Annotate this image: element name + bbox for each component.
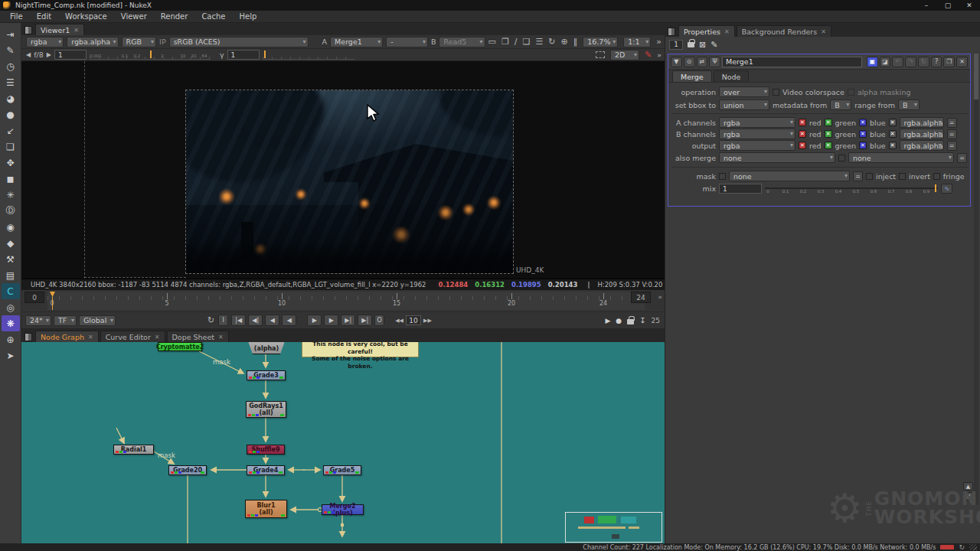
also-merge-channel-select[interactable]: none: [848, 152, 954, 163]
display-channel-select[interactable]: RGB: [122, 37, 157, 47]
node-graph-canvas[interactable]: Cryptomatte2 (alpha) This node is very c…: [21, 342, 665, 543]
mix-input[interactable]: 1: [719, 184, 762, 194]
a-input-select[interactable]: Merge1: [330, 37, 383, 47]
pause-icon[interactable]: ‖: [573, 37, 578, 47]
video-colorspace-checkbox[interactable]: [773, 89, 779, 96]
maximize-button[interactable]: ▢: [937, 2, 959, 9]
node-alpha-dot[interactable]: (alpha): [247, 342, 286, 354]
tab-node[interactable]: Node: [714, 70, 750, 82]
mask-checkbox[interactable]: [719, 173, 726, 180]
gain-marker[interactable]: [150, 51, 152, 58]
invert-checkbox[interactable]: [899, 173, 906, 180]
tab-curve-editor[interactable]: Curve Editor✕: [100, 331, 165, 342]
center-node-icon[interactable]: ⊙: [684, 57, 695, 67]
metadata-from-select[interactable]: B: [830, 99, 851, 110]
menu-viewer[interactable]: Viewer: [114, 12, 154, 21]
roi-icon[interactable]: ⊕: [561, 37, 568, 47]
menu-help[interactable]: Help: [233, 12, 264, 21]
annotation-pen-icon[interactable]: ✎: [645, 50, 652, 60]
timeline-ruler[interactable]: 0 5 10 15 20 24: [47, 292, 645, 310]
also-merge-checkbox[interactable]: [838, 155, 845, 161]
play-button[interactable]: ▶: [307, 315, 322, 326]
tracker-icon[interactable]: ⊕: [2, 331, 20, 347]
refresh-icon[interactable]: ↻: [548, 37, 555, 47]
minimize-button[interactable]: –: [916, 2, 937, 9]
tf-select[interactable]: TF: [54, 315, 77, 326]
flipbook-icon[interactable]: ▶: [605, 317, 610, 324]
tab-background-renders[interactable]: Background Renders✕: [737, 25, 831, 37]
close-icon[interactable]: ✕: [88, 334, 93, 341]
operation-select[interactable]: over: [719, 86, 769, 97]
scrollbar-thumb[interactable]: [974, 54, 978, 99]
metadata-icon[interactable]: ◆: [2, 235, 20, 251]
monitor-out-icon[interactable]: ▭: [488, 37, 496, 47]
b-channels-select[interactable]: rgba: [719, 129, 795, 139]
refresh-icon[interactable]: ↻: [959, 543, 965, 551]
prev-keyframe-button[interactable]: ◀|: [248, 315, 263, 326]
goto-end-button[interactable]: ▶|: [358, 315, 372, 326]
prev-icon[interactable]: ◀: [26, 51, 31, 58]
close-panel-icon[interactable]: ✕: [956, 57, 968, 67]
mask-channel-select[interactable]: none: [729, 171, 850, 181]
colorspace-select[interactable]: sRGB (ACES): [169, 37, 309, 47]
fps-select[interactable]: 24*: [25, 315, 51, 326]
tab-viewer1[interactable]: Viewer1✕: [35, 24, 84, 35]
b-link-button[interactable]: =: [947, 129, 957, 139]
inject-checkbox[interactable]: [866, 173, 873, 180]
a-blue-checkbox[interactable]: ✕: [859, 119, 867, 126]
close-icon[interactable]: ✕: [74, 27, 79, 34]
output-blue-checkbox[interactable]: ✕: [859, 142, 867, 149]
menu-render[interactable]: Render: [154, 12, 195, 21]
node-name-field[interactable]: Merge1: [722, 57, 862, 67]
range-end-field[interactable]: 24: [631, 292, 651, 303]
a-link-button[interactable]: =: [947, 118, 957, 128]
merge-icon[interactable]: ❏: [2, 139, 20, 155]
curve-button[interactable]: ∿: [941, 184, 952, 194]
resize-grip[interactable]: [969, 544, 977, 550]
also-merge-link-button[interactable]: =: [957, 153, 967, 163]
output-alpha-channel-select[interactable]: rgba.alpha: [900, 140, 944, 151]
keyer-icon[interactable]: ↙: [2, 122, 20, 139]
lock-icon[interactable]: [627, 319, 634, 324]
cattery-icon[interactable]: C: [2, 283, 20, 299]
swap-inputs-icon[interactable]: ⇄: [697, 57, 708, 67]
mask-link-button[interactable]: =: [853, 171, 863, 181]
collapse-chevron-icon[interactable]: »: [656, 37, 662, 47]
tab-merge[interactable]: Merge: [672, 70, 712, 82]
mix-slider[interactable]: 0 0.1 0.2 0.3 0.4 0.5 0.6 0.7 0.8 0.9: [765, 184, 938, 194]
menu-cache[interactable]: Cache: [194, 12, 232, 21]
lock-panels-icon[interactable]: [688, 42, 694, 47]
views-icon[interactable]: ◉: [2, 219, 20, 235]
output-link-button[interactable]: =: [947, 141, 957, 151]
collapse-panel-icon[interactable]: ▼: [671, 57, 682, 67]
sparkles-icon[interactable]: ❋: [2, 315, 20, 331]
close-icon[interactable]: ✕: [821, 28, 826, 35]
range-from-select[interactable]: B: [898, 99, 920, 110]
pane-icon[interactable]: [668, 28, 675, 36]
node-cryptomatte2[interactable]: Cryptomatte2: [158, 342, 202, 351]
sticky-note[interactable]: This node is very cool, but be careful! …: [302, 342, 419, 357]
gamma-input[interactable]: 1: [227, 50, 260, 60]
paint-icon[interactable]: ➤: [2, 347, 20, 364]
draw-icon[interactable]: ✎: [2, 42, 20, 58]
render-icon[interactable]: ↧: [639, 316, 645, 324]
view-mode-select[interactable]: 2D: [610, 50, 639, 60]
filter-icon[interactable]: ●: [2, 106, 20, 122]
deep-icon[interactable]: Ⓓ: [2, 203, 20, 219]
step-forward-button[interactable]: ▶: [324, 315, 338, 326]
gamma-slider[interactable]: [263, 51, 354, 60]
other-icon[interactable]: ▤: [2, 267, 20, 283]
alpha-select[interactable]: rgba.alpha: [67, 37, 118, 47]
pane-icon[interactable]: [24, 26, 32, 34]
gain-slider[interactable]: 0.001 0.1 0.2 1 2 10 20 64: [90, 51, 211, 60]
node-grade3[interactable]: Grade3: [247, 370, 286, 380]
panel-count-field[interactable]: 1: [669, 40, 683, 50]
color-picker-icon[interactable]: ▣: [867, 57, 878, 67]
time-icon[interactable]: ◷: [2, 58, 20, 74]
goto-start-button[interactable]: |◀: [231, 315, 246, 326]
plugins-icon[interactable]: ◎: [2, 299, 20, 315]
next-icon[interactable]: ▶: [47, 51, 51, 58]
next-keyframe-button[interactable]: ▶|: [341, 315, 355, 326]
toolsets-icon[interactable]: ⚒: [2, 251, 20, 267]
frame-increment-field[interactable]: 10: [406, 315, 421, 325]
